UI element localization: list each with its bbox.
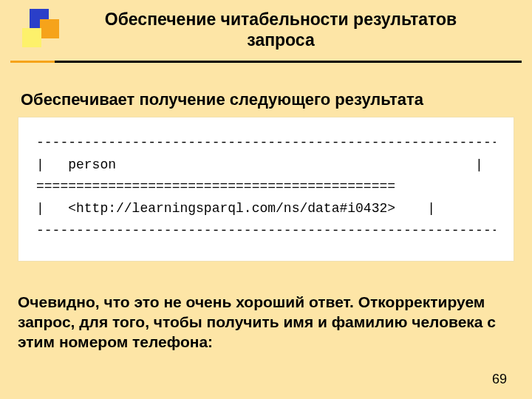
title-underline xyxy=(10,61,522,63)
result-header-row: | person | xyxy=(36,154,496,177)
explanation-text: Очевидно, что это не очень хороший ответ… xyxy=(18,293,514,352)
result-data-row: | <http://learningsparql.com/ns/data#i04… xyxy=(36,198,496,220)
result-border-bottom: ----------------------------------------… xyxy=(36,220,496,242)
lead-text: Обеспечивает получение следующего резуль… xyxy=(21,90,519,109)
title-underline-accent xyxy=(10,61,55,63)
logo-icon xyxy=(15,9,50,44)
logo-square-yellow xyxy=(22,28,41,47)
result-border-top: ----------------------------------------… xyxy=(36,132,496,154)
result-separator: ========================================… xyxy=(36,176,496,198)
header: Обеспечение читабельности результатов за… xyxy=(0,0,532,74)
slide-title: Обеспечение читабельности результатов за… xyxy=(0,3,532,51)
page-number: 69 xyxy=(492,372,507,387)
query-result-box: ----------------------------------------… xyxy=(18,117,514,262)
slide: Обеспечение читабельности результатов за… xyxy=(0,0,532,399)
logo-square-orange xyxy=(40,19,59,38)
